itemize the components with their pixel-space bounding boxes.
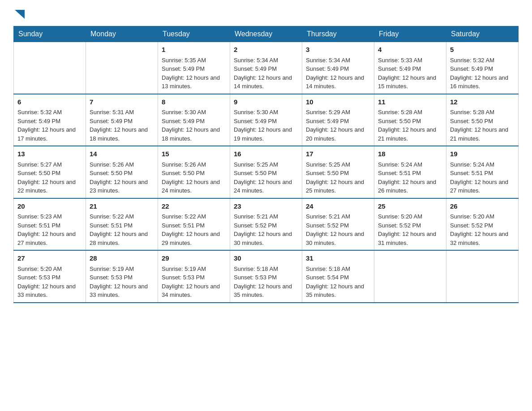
calendar-cell: 13Sunrise: 5:27 AMSunset: 5:50 PMDayligh… bbox=[14, 146, 86, 198]
day-number: 13 bbox=[17, 149, 82, 159]
weekday-header-friday: Friday bbox=[374, 26, 446, 42]
calendar-cell bbox=[446, 250, 519, 303]
day-info: Sunrise: 5:27 AMSunset: 5:50 PMDaylight:… bbox=[17, 160, 82, 195]
calendar-week-row: 27Sunrise: 5:20 AMSunset: 5:53 PMDayligh… bbox=[14, 250, 519, 303]
calendar-cell: 12Sunrise: 5:28 AMSunset: 5:50 PMDayligh… bbox=[446, 94, 519, 146]
calendar-cell: 3Sunrise: 5:34 AMSunset: 5:49 PMDaylight… bbox=[302, 42, 374, 94]
day-number: 9 bbox=[234, 97, 298, 107]
day-info: Sunrise: 5:20 AMSunset: 5:52 PMDaylight:… bbox=[378, 212, 442, 247]
day-info: Sunrise: 5:19 AMSunset: 5:53 PMDaylight:… bbox=[90, 265, 154, 300]
day-info: Sunrise: 5:26 AMSunset: 5:50 PMDaylight:… bbox=[90, 160, 154, 195]
calendar-cell bbox=[86, 42, 158, 94]
weekday-header-saturday: Saturday bbox=[446, 26, 519, 42]
calendar-cell: 5Sunrise: 5:32 AMSunset: 5:49 PMDaylight… bbox=[446, 42, 519, 94]
weekday-header-monday: Monday bbox=[86, 26, 158, 42]
day-info: Sunrise: 5:31 AMSunset: 5:49 PMDaylight:… bbox=[90, 108, 154, 143]
day-number: 1 bbox=[162, 45, 226, 55]
calendar-week-row: 13Sunrise: 5:27 AMSunset: 5:50 PMDayligh… bbox=[14, 146, 519, 198]
day-info: Sunrise: 5:33 AMSunset: 5:49 PMDaylight:… bbox=[378, 56, 442, 91]
day-number: 14 bbox=[90, 149, 154, 159]
logo-triangle-icon bbox=[15, 10, 25, 21]
day-number: 29 bbox=[162, 253, 226, 264]
day-number: 28 bbox=[90, 253, 154, 264]
day-info: Sunrise: 5:28 AMSunset: 5:50 PMDaylight:… bbox=[450, 108, 515, 143]
day-number: 4 bbox=[378, 45, 442, 55]
weekday-header-sunday: Sunday bbox=[14, 26, 86, 42]
calendar-cell: 6Sunrise: 5:32 AMSunset: 5:49 PMDaylight… bbox=[14, 94, 86, 146]
day-info: Sunrise: 5:25 AMSunset: 5:50 PMDaylight:… bbox=[234, 160, 298, 195]
day-number: 10 bbox=[306, 97, 370, 107]
calendar-cell: 8Sunrise: 5:30 AMSunset: 5:49 PMDaylight… bbox=[158, 94, 230, 146]
day-info: Sunrise: 5:30 AMSunset: 5:49 PMDaylight:… bbox=[162, 108, 226, 143]
day-number: 22 bbox=[162, 201, 226, 212]
day-info: Sunrise: 5:30 AMSunset: 5:49 PMDaylight:… bbox=[234, 108, 298, 143]
day-number: 7 bbox=[90, 97, 154, 107]
calendar-cell: 22Sunrise: 5:22 AMSunset: 5:51 PMDayligh… bbox=[158, 198, 230, 251]
calendar-week-row: 6Sunrise: 5:32 AMSunset: 5:49 PMDaylight… bbox=[14, 94, 519, 146]
day-info: Sunrise: 5:22 AMSunset: 5:51 PMDaylight:… bbox=[90, 212, 154, 247]
calendar-cell: 7Sunrise: 5:31 AMSunset: 5:49 PMDaylight… bbox=[86, 94, 158, 146]
day-number: 18 bbox=[378, 149, 442, 159]
calendar-cell: 4Sunrise: 5:33 AMSunset: 5:49 PMDaylight… bbox=[374, 42, 446, 94]
calendar-week-row: 1Sunrise: 5:35 AMSunset: 5:49 PMDaylight… bbox=[14, 42, 519, 94]
calendar-cell: 20Sunrise: 5:23 AMSunset: 5:51 PMDayligh… bbox=[14, 198, 86, 251]
calendar-header: SundayMondayTuesdayWednesdayThursdayFrid… bbox=[14, 26, 519, 42]
calendar-cell bbox=[14, 42, 86, 94]
day-info: Sunrise: 5:26 AMSunset: 5:50 PMDaylight:… bbox=[162, 160, 226, 195]
day-info: Sunrise: 5:21 AMSunset: 5:52 PMDaylight:… bbox=[306, 212, 370, 247]
day-number: 12 bbox=[450, 97, 515, 107]
day-number: 5 bbox=[450, 45, 515, 55]
calendar-cell bbox=[374, 250, 446, 303]
calendar-cell: 28Sunrise: 5:19 AMSunset: 5:53 PMDayligh… bbox=[86, 250, 158, 303]
calendar-cell: 9Sunrise: 5:30 AMSunset: 5:49 PMDaylight… bbox=[230, 94, 302, 146]
day-info: Sunrise: 5:20 AMSunset: 5:53 PMDaylight:… bbox=[17, 265, 82, 300]
calendar-cell: 26Sunrise: 5:20 AMSunset: 5:52 PMDayligh… bbox=[446, 198, 519, 251]
day-number: 21 bbox=[90, 201, 154, 212]
day-info: Sunrise: 5:34 AMSunset: 5:49 PMDaylight:… bbox=[306, 56, 370, 91]
calendar-cell: 10Sunrise: 5:29 AMSunset: 5:49 PMDayligh… bbox=[302, 94, 374, 146]
day-number: 3 bbox=[306, 45, 370, 55]
day-number: 20 bbox=[17, 201, 82, 212]
calendar-body: 1Sunrise: 5:35 AMSunset: 5:49 PMDaylight… bbox=[14, 42, 519, 303]
day-info: Sunrise: 5:32 AMSunset: 5:49 PMDaylight:… bbox=[17, 108, 82, 143]
day-number: 8 bbox=[162, 97, 226, 107]
day-info: Sunrise: 5:29 AMSunset: 5:49 PMDaylight:… bbox=[306, 108, 370, 143]
calendar-cell: 2Sunrise: 5:34 AMSunset: 5:49 PMDaylight… bbox=[230, 42, 302, 94]
calendar-cell: 21Sunrise: 5:22 AMSunset: 5:51 PMDayligh… bbox=[86, 198, 158, 251]
calendar-cell: 25Sunrise: 5:20 AMSunset: 5:52 PMDayligh… bbox=[374, 198, 446, 251]
day-number: 26 bbox=[450, 201, 515, 212]
weekday-header-thursday: Thursday bbox=[302, 26, 374, 42]
day-number: 2 bbox=[234, 45, 298, 55]
day-info: Sunrise: 5:24 AMSunset: 5:51 PMDaylight:… bbox=[378, 160, 442, 195]
day-info: Sunrise: 5:34 AMSunset: 5:49 PMDaylight:… bbox=[234, 56, 298, 91]
calendar-cell: 17Sunrise: 5:25 AMSunset: 5:50 PMDayligh… bbox=[302, 146, 374, 198]
calendar-cell: 1Sunrise: 5:35 AMSunset: 5:49 PMDaylight… bbox=[158, 42, 230, 94]
calendar-cell: 31Sunrise: 5:18 AMSunset: 5:54 PMDayligh… bbox=[302, 250, 374, 303]
day-info: Sunrise: 5:18 AMSunset: 5:53 PMDaylight:… bbox=[234, 265, 298, 300]
calendar-cell: 24Sunrise: 5:21 AMSunset: 5:52 PMDayligh… bbox=[302, 198, 374, 251]
logo bbox=[13, 9, 25, 21]
calendar-cell: 11Sunrise: 5:28 AMSunset: 5:50 PMDayligh… bbox=[374, 94, 446, 146]
day-info: Sunrise: 5:22 AMSunset: 5:51 PMDaylight:… bbox=[162, 212, 226, 247]
calendar-cell: 16Sunrise: 5:25 AMSunset: 5:50 PMDayligh… bbox=[230, 146, 302, 198]
calendar-cell: 14Sunrise: 5:26 AMSunset: 5:50 PMDayligh… bbox=[86, 146, 158, 198]
day-number: 24 bbox=[306, 201, 370, 212]
calendar-cell: 29Sunrise: 5:19 AMSunset: 5:53 PMDayligh… bbox=[158, 250, 230, 303]
day-number: 31 bbox=[306, 253, 370, 264]
day-info: Sunrise: 5:24 AMSunset: 5:51 PMDaylight:… bbox=[450, 160, 515, 195]
day-number: 30 bbox=[234, 253, 298, 264]
day-number: 23 bbox=[234, 201, 298, 212]
day-number: 15 bbox=[162, 149, 226, 159]
day-info: Sunrise: 5:18 AMSunset: 5:54 PMDaylight:… bbox=[306, 265, 370, 300]
day-info: Sunrise: 5:21 AMSunset: 5:52 PMDaylight:… bbox=[234, 212, 298, 247]
day-number: 25 bbox=[378, 201, 442, 212]
weekday-header-row: SundayMondayTuesdayWednesdayThursdayFrid… bbox=[14, 26, 519, 42]
day-info: Sunrise: 5:20 AMSunset: 5:52 PMDaylight:… bbox=[450, 212, 515, 247]
day-info: Sunrise: 5:19 AMSunset: 5:53 PMDaylight:… bbox=[162, 265, 226, 300]
weekday-header-wednesday: Wednesday bbox=[230, 26, 302, 42]
day-number: 27 bbox=[17, 253, 82, 264]
day-info: Sunrise: 5:25 AMSunset: 5:50 PMDaylight:… bbox=[306, 160, 370, 195]
weekday-header-tuesday: Tuesday bbox=[158, 26, 230, 42]
calendar-cell: 30Sunrise: 5:18 AMSunset: 5:53 PMDayligh… bbox=[230, 250, 302, 303]
calendar-cell: 19Sunrise: 5:24 AMSunset: 5:51 PMDayligh… bbox=[446, 146, 519, 198]
